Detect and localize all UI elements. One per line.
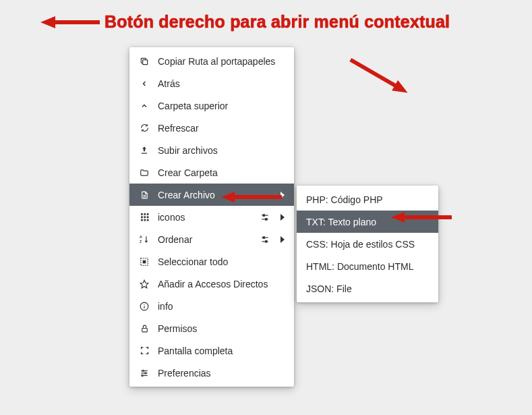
- menu-item-refresh[interactable]: Refrescar: [129, 117, 294, 139]
- svg-marker-28: [280, 236, 285, 243]
- submenu-chevron-icon: [279, 236, 286, 243]
- svg-rect-20: [266, 218, 267, 219]
- svg-rect-14: [141, 219, 143, 221]
- menu-item-upload[interactable]: Subir archivos: [129, 139, 294, 161]
- svg-marker-2: [392, 80, 411, 94]
- adjust-icon: [259, 235, 271, 244]
- menu-item-preferences[interactable]: Preferencias: [129, 362, 294, 384]
- adjust-icon: [259, 213, 271, 222]
- arrow-graphic: [338, 54, 413, 94]
- menu-item-label: Atrás: [158, 78, 286, 89]
- svg-rect-1: [54, 20, 100, 24]
- menu-item-label: Copiar Ruta al portapapeles: [158, 56, 286, 67]
- submenu-item-label: TXT: Texto plano: [306, 217, 376, 227]
- menu-item-icons[interactable]: iconos: [129, 206, 294, 228]
- menu-item-label: iconos: [158, 212, 251, 223]
- menu-item-label: Carpeta superior: [158, 101, 286, 111]
- menu-item-create-folder[interactable]: Crear Carpeta: [129, 161, 294, 184]
- svg-marker-31: [140, 280, 148, 288]
- menu-item-parent-folder[interactable]: Carpeta superior: [129, 94, 294, 117]
- submenu-item-css[interactable]: CSS: Hoja de estilos CSS: [297, 233, 438, 255]
- menu-item-fullscreen[interactable]: Pantalla completa: [129, 339, 294, 362]
- submenu-item-label: HTML: Documento HTML: [306, 261, 413, 272]
- svg-rect-16: [146, 219, 148, 221]
- submenu-item-php[interactable]: PHP: Código PHP: [297, 188, 438, 211]
- svg-text:Z: Z: [140, 239, 142, 243]
- submenu-item-html[interactable]: HTML: Documento HTML: [297, 255, 438, 277]
- svg-rect-10: [146, 213, 148, 215]
- svg-point-39: [145, 372, 146, 373]
- header-title: Botón derecho para abrir menú contextual: [105, 12, 450, 32]
- menu-item-info[interactable]: info: [129, 295, 294, 317]
- menu-item-select-all[interactable]: Seleccionar todo: [129, 250, 294, 273]
- menu-item-label: Subir archivos: [158, 145, 286, 156]
- submenu-item-label: CSS: Hoja de estilos CSS: [306, 239, 415, 250]
- svg-rect-3: [349, 58, 397, 88]
- sliders-icon: [139, 368, 150, 379]
- svg-rect-27: [266, 240, 267, 242]
- menu-item-label: Preferencias: [158, 368, 286, 379]
- arrow-graphic: [40, 15, 101, 30]
- menu-item-label: Ordenar: [158, 234, 251, 245]
- menu-item-add-shortcut[interactable]: Añadir a Accesos Directos: [129, 273, 294, 295]
- svg-rect-4: [143, 59, 148, 64]
- menu-item-back[interactable]: Atrás: [129, 72, 294, 94]
- svg-rect-25: [263, 236, 264, 238]
- menu-item-label: info: [158, 301, 286, 312]
- menu-item-label: Seleccionar todo: [158, 256, 286, 267]
- svg-rect-12: [144, 216, 146, 218]
- svg-text:A: A: [140, 235, 142, 239]
- menu-item-sort[interactable]: AZ Ordenar: [129, 228, 294, 250]
- fullscreen-icon: [139, 345, 150, 356]
- menu-item-label: Añadir a Accesos Directos: [158, 279, 286, 289]
- folder-icon: [139, 167, 150, 178]
- lock-icon: [139, 323, 150, 334]
- select-all-icon: [139, 256, 150, 267]
- menu-item-label: Refrescar: [158, 123, 286, 134]
- copy-icon: [139, 56, 150, 67]
- svg-rect-30: [143, 260, 146, 263]
- svg-marker-21: [280, 214, 285, 221]
- file-icon: [139, 190, 150, 200]
- submenu-chevron-icon: [279, 192, 286, 198]
- svg-rect-9: [144, 213, 146, 215]
- menu-item-label: Pantalla completa: [158, 345, 286, 356]
- svg-point-37: [142, 370, 144, 371]
- svg-point-41: [142, 375, 143, 376]
- submenu-item-json[interactable]: JSON: File: [297, 277, 438, 300]
- svg-rect-35: [142, 328, 147, 331]
- info-icon: [139, 301, 150, 312]
- menu-item-create-file[interactable]: Crear Archivo: [129, 184, 294, 206]
- submenu-item-label: JSON: File: [306, 283, 352, 294]
- svg-point-34: [144, 304, 144, 304]
- menu-item-label: Crear Carpeta: [158, 167, 286, 178]
- svg-rect-11: [141, 216, 143, 218]
- menu-item-label: Permisos: [158, 323, 286, 334]
- svg-marker-7: [280, 192, 285, 198]
- create-file-submenu: PHP: Código PHP TXT: Texto plano CSS: Ho…: [297, 186, 438, 302]
- star-icon: [139, 279, 150, 289]
- chevron-up-icon: [139, 101, 150, 111]
- svg-marker-0: [40, 16, 55, 28]
- svg-rect-8: [141, 213, 143, 215]
- submenu-item-txt[interactable]: TXT: Texto plano: [297, 211, 438, 233]
- sort-icon: AZ: [139, 234, 150, 245]
- menu-item-copy-path[interactable]: Copiar Ruta al portapapeles: [129, 50, 294, 72]
- svg-rect-18: [263, 214, 264, 215]
- refresh-icon: [139, 123, 150, 134]
- upload-icon: [139, 145, 150, 156]
- menu-item-permissions[interactable]: Permisos: [129, 317, 294, 339]
- svg-rect-15: [144, 219, 146, 221]
- context-menu: Copiar Ruta al portapapeles Atrás Carpet…: [129, 47, 294, 387]
- grid-icon: [139, 212, 150, 223]
- svg-rect-13: [146, 216, 148, 218]
- submenu-item-label: PHP: Código PHP: [306, 194, 383, 205]
- menu-item-label: Crear Archivo: [158, 190, 271, 200]
- submenu-chevron-icon: [279, 214, 286, 221]
- chevron-left-icon: [139, 78, 150, 89]
